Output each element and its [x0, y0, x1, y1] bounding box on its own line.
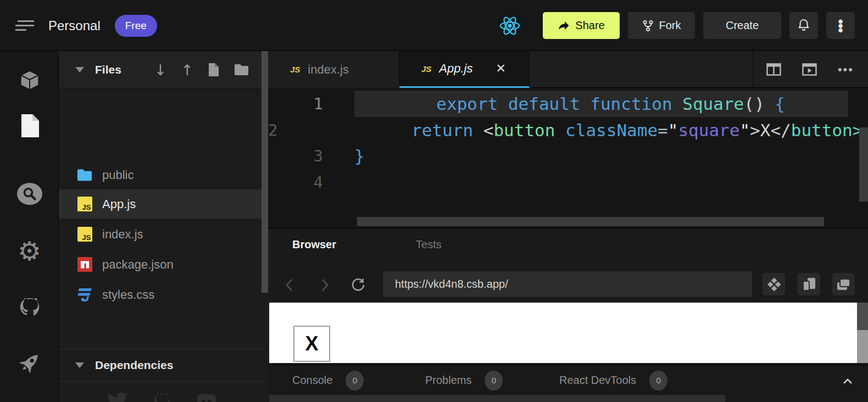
preview-scrollbar-thumb[interactable] — [857, 303, 868, 330]
sidebar-item-github[interactable] — [0, 293, 59, 323]
react-logo-icon[interactable] — [496, 12, 524, 40]
code-editor[interactable]: 1 export default function Square() { 2 r… — [268, 88, 868, 228]
windows-icon — [836, 278, 851, 291]
sidebar-item-settings[interactable]: ⚙ — [0, 236, 59, 266]
diamonds-icon — [767, 277, 781, 292]
github-footer-icon[interactable] — [152, 392, 173, 402]
new-folder-icon[interactable] — [234, 63, 249, 76]
collapse-dependencies-icon[interactable] — [75, 362, 84, 368]
forward-button[interactable] — [314, 272, 336, 298]
github-icon — [17, 296, 42, 320]
collapse-files-icon[interactable] — [75, 67, 84, 72]
css-icon — [77, 287, 92, 303]
editor-more-icon[interactable]: ••• — [838, 63, 854, 77]
chevron-left-icon — [285, 278, 293, 292]
tab-browser[interactable]: Browser — [292, 238, 336, 251]
code-token: > — [750, 120, 760, 140]
line-number: 3 — [268, 147, 337, 165]
browser-preview: X — [269, 303, 868, 363]
npm-icon — [77, 257, 92, 272]
create-button[interactable]: Create — [703, 12, 781, 39]
collapse-panel-button[interactable] — [839, 373, 856, 389]
line-number: 2 — [268, 121, 291, 139]
code-token: < — [483, 120, 494, 140]
preview-toggle-icon[interactable] — [802, 63, 817, 76]
sidebar-item-sandbox[interactable] — [0, 65, 59, 96]
code-token — [391, 120, 411, 140]
devices-icon — [802, 277, 816, 292]
discord-icon[interactable] — [196, 392, 218, 402]
notifications-button[interactable] — [789, 12, 818, 39]
kebab-menu-icon: ••• — [838, 19, 843, 32]
menu-icon[interactable] — [15, 19, 34, 32]
preview-settings-button[interactable] — [763, 273, 785, 295]
code-line-4: 4 — [268, 169, 868, 196]
code-line-2: 2 return <button className="square">X</b… — [268, 117, 868, 143]
square-x-button[interactable]: X — [293, 326, 330, 362]
code-token: button — [791, 120, 853, 140]
code-token: button — [493, 120, 555, 140]
plan-badge: Free — [115, 15, 157, 37]
code-token: " — [668, 120, 678, 140]
files-header: Files ↓ ↑ — [59, 51, 268, 88]
console-tab[interactable]: Console 0 — [292, 365, 364, 395]
share-arrow-icon — [558, 20, 570, 31]
new-file-icon[interactable] — [208, 63, 220, 77]
sidebar-item-files[interactable] — [0, 110, 59, 141]
preview-horizontal-scrollbar[interactable] — [269, 395, 725, 402]
workspace-name[interactable]: Personal — [48, 18, 101, 34]
editor-horizontal-scrollbar[interactable] — [357, 217, 824, 226]
back-button[interactable] — [278, 272, 300, 298]
files-scrollbar[interactable] — [261, 51, 268, 293]
fork-icon — [642, 20, 654, 32]
chevron-up-icon — [843, 378, 853, 384]
code-token: square — [678, 120, 739, 140]
files-title: Files — [95, 63, 121, 76]
refresh-button[interactable] — [347, 272, 369, 298]
file-row-package-json[interactable]: package.json — [59, 250, 265, 279]
file-row-app-js[interactable]: JS App.js — [59, 189, 265, 219]
code-token: </ — [770, 120, 791, 140]
open-new-window-button[interactable] — [832, 273, 855, 295]
refresh-icon — [350, 277, 366, 293]
js-icon: JS — [77, 197, 92, 211]
file-row-public[interactable]: public — [59, 160, 265, 189]
responsive-mode-button[interactable] — [798, 273, 820, 295]
js-tab-icon: JS — [421, 64, 431, 74]
problems-tab[interactable]: Problems 0 — [425, 365, 503, 395]
code-token — [555, 120, 565, 140]
file-icon — [18, 113, 41, 138]
editor-pane: JS index.js JS App.js ✕ ••• 1 — [268, 51, 868, 228]
line-number: 4 — [268, 173, 337, 192]
upload-icon[interactable]: ↑ — [181, 62, 193, 79]
react-devtools-count-badge: 0 — [649, 371, 667, 390]
folder-icon — [77, 168, 92, 182]
download-icon[interactable]: ↓ — [154, 62, 167, 79]
share-button[interactable]: Share — [543, 12, 620, 39]
code-line-3: 3 } — [268, 143, 868, 169]
search-icon — [16, 182, 43, 205]
editor-vertical-scrollbar[interactable] — [859, 127, 868, 202]
console-count-badge: 0 — [346, 371, 364, 390]
file-row-styles-css[interactable]: styles.css — [59, 280, 265, 309]
twitter-icon[interactable] — [107, 392, 129, 402]
tab-tests[interactable]: Tests — [416, 238, 442, 251]
more-options-button[interactable]: ••• — [826, 12, 855, 39]
code-token: return — [411, 120, 483, 140]
file-row-index-js[interactable]: JS index.js — [59, 220, 265, 249]
react-devtools-tab[interactable]: React DevTools 0 — [559, 365, 667, 395]
sidebar-item-deploy[interactable] — [0, 348, 59, 378]
code-token: = — [658, 120, 668, 140]
files-panel: Files ↓ ↑ public JS App.js JS index.js — [59, 51, 268, 402]
gear-icon: ⚙ — [18, 238, 41, 264]
code-token: " — [739, 120, 750, 140]
fork-button[interactable]: Fork — [628, 12, 695, 39]
code-token: } — [354, 146, 365, 166]
js-tab-icon: JS — [290, 65, 300, 74]
url-input[interactable] — [383, 271, 752, 297]
chevron-right-icon — [321, 278, 330, 292]
activity-bar: ⚙ — [0, 51, 59, 402]
top-bar: Personal Free Share — [0, 0, 868, 51]
sidebar-item-search[interactable] — [0, 178, 59, 209]
dependencies-header[interactable]: Dependencies — [59, 349, 265, 382]
